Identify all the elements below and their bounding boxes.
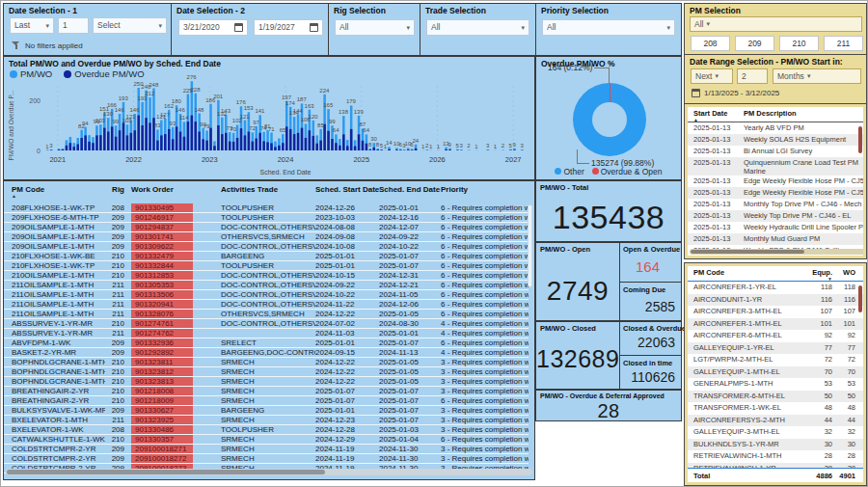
- table-row[interactable]: AIRCONDUNIT-1-YR116116: [688, 294, 863, 307]
- table-row[interactable]: 209OILSAMPLE-1-MTH209901309622DOC-CONTRO…: [4, 242, 529, 252]
- table-row[interactable]: BOPHNDLGCRANE-1-MTH210901323813SRMECH202…: [4, 377, 529, 387]
- table-row[interactable]: TRANSFORMER-1-WK-EL4848: [688, 402, 863, 415]
- table-row[interactable]: AIRCONREFER-3-MTH-EL107107: [688, 306, 863, 318]
- column-header-equp[interactable]: Equp.▼: [800, 268, 832, 282]
- table-row[interactable]: AIRCONREFER-1-MTH-EL101101: [688, 318, 863, 331]
- pm-selection-dropdown[interactable]: All ▾: [690, 16, 862, 32]
- table-row[interactable]: BULKHNDLSYS-1-YR-MR3030: [688, 439, 863, 451]
- pm-filter-button-211[interactable]: 211: [824, 36, 863, 51]
- table-row[interactable]: 211OILSAMPLE-1-MTH211901313506DOC-CONTRO…: [4, 290, 529, 300]
- table-row[interactable]: BXELEVATOR-1-MTH211901323925SRMECH2024-1…: [4, 416, 529, 425]
- table-row[interactable]: GALLEYEQUIP-1-MTH-EL7070: [688, 366, 863, 379]
- range-unit-dropdown[interactable]: Months ▾: [773, 68, 861, 84]
- column-header-pm-code[interactable]: PM Code: [688, 268, 800, 277]
- table-row[interactable]: 211OILSAMPLE-1-MTH211901328076OTHERSVCS,…: [4, 310, 529, 319]
- table-row[interactable]: 2025-01-13Edge Weekly Flexible Hose PM -…: [688, 176, 863, 187]
- date2-to-value: 1/19/2027: [258, 20, 306, 35]
- table-row[interactable]: BOPHNDLGCRANE-1-MTH210901323812SRMECH202…: [4, 367, 529, 377]
- table-row[interactable]: BOPHNDLGCRANE-1-MTH210901323811SRMECH202…: [4, 358, 529, 367]
- cell: 210: [105, 319, 124, 328]
- scrollbar-thumb[interactable]: [7, 470, 325, 474]
- cell: OTHERSVCS,SRMECH: [219, 232, 315, 241]
- table-row[interactable]: COLDSTRTCMPR-2-YR209209100018272SRMECH20…: [4, 454, 529, 464]
- table-row[interactable]: 2025-01-13Monthly Mud Guard PM: [688, 233, 863, 245]
- donut-legend-overdue-open[interactable]: Overdue & Open: [592, 167, 663, 176]
- column-header-priority[interactable]: Priority: [441, 183, 529, 203]
- start-table-vertical-scrollbar[interactable]: [858, 126, 862, 153]
- table-row[interactable]: BASKET-2-YR-MR209901292892BARGEENG,DOC-C…: [4, 348, 529, 358]
- rig-selection-dropdown[interactable]: All ▾: [335, 19, 415, 36]
- table-row[interactable]: GENERALPMPS-1-MTH5353: [688, 378, 863, 391]
- table-row[interactable]: 2025-01-13Weekly SOLAS H2S Equipment: [688, 134, 863, 146]
- date2-from-input[interactable]: 3/21/2020: [178, 19, 248, 36]
- table-row[interactable]: CATWALKSHUTTLE-1-WK210901330357SRMECH202…: [4, 435, 529, 445]
- table-row[interactable]: ABVFDPM-1-WK209901332936SRELECT2025-01-0…: [4, 338, 529, 348]
- table-row[interactable]: BXELEVATOR-1-WK208901330486TOOLPUSHER202…: [4, 425, 529, 435]
- column-header-rig[interactable]: Rig: [105, 183, 124, 203]
- table-row[interactable]: 210OILSAMPLE-1-MTH210901312853DOC-CONTRO…: [4, 271, 529, 281]
- table-row[interactable]: RETRIEVALWINCH-1-MTH2828: [688, 450, 863, 463]
- priority-selection-dropdown[interactable]: All ▾: [542, 19, 675, 36]
- column-header-wo[interactable]: WO: [832, 268, 863, 277]
- svg-text:248: 248: [149, 82, 159, 88]
- column-header-work-order[interactable]: Work Order: [124, 183, 219, 203]
- kpi-closed-right: Closed & Overdue 22063 Closed in time 11…: [619, 322, 681, 389]
- column-header-start-date[interactable]: Start Date▲: [688, 109, 744, 122]
- table-row[interactable]: 209OILSAMPLE-1-MTH209901301741OTHERSVCS,…: [4, 232, 529, 242]
- range-num-input[interactable]: 2: [737, 68, 768, 84]
- column-header-sched-start[interactable]: Sched. Start Date: [315, 183, 379, 203]
- cell: SRMECH: [219, 416, 315, 424]
- cell: 209: [105, 242, 124, 251]
- table-row[interactable]: 2025-01-13Quinquennium Crane Load Test P…: [688, 157, 863, 176]
- table-row[interactable]: 209FLXHOSE-6-MTH-TP209901246917TOOLPUSHE…: [4, 213, 529, 223]
- table-row[interactable]: 211OILSAMPLE-1-MTH211901320941DOC-CONTRO…: [4, 300, 529, 310]
- table-row[interactable]: 210FLXHOSE-1-WK-BE210901332479BARGEENG20…: [4, 252, 529, 261]
- table-row[interactable]: BREATHINGAIR-2-YR210901218009SRMECH2025-…: [4, 396, 529, 406]
- cell: 2024-11-19: [315, 445, 379, 453]
- range-op-dropdown[interactable]: Next ▾: [691, 68, 733, 84]
- date2-to-input[interactable]: 1/19/2027: [254, 19, 323, 36]
- table-row[interactable]: 2025-01-13Yearly AB VFD PM: [688, 122, 863, 134]
- table-row[interactable]: AIRCONREFER-1-YR-EL118118: [688, 282, 863, 294]
- table-row[interactable]: 209OILSAMPLE-1-MTH209901294837DOC-CONTRO…: [4, 223, 529, 232]
- table-row[interactable]: 208FLXHOSE-1-WK-TP208901330495TOOLPUSHER…: [4, 203, 529, 213]
- table-row[interactable]: BULKSYSVALVE-1-WK-MR209901330627BARGEENG…: [4, 406, 529, 416]
- table-row[interactable]: 2025-01-13Edge Weekly Flexible Hose PM -…: [688, 187, 863, 199]
- table-row[interactable]: GALLEYEQUIP-3-MTH-EL3232: [688, 426, 863, 439]
- column-header-activities-trade[interactable]: Activities Trade: [219, 183, 315, 203]
- table-row[interactable]: 2025-01-13Weekly Hydraulic Drill Line Sp…: [688, 222, 863, 233]
- table-row[interactable]: GALLEYEQUIP-1-YR-EL7777: [688, 342, 863, 355]
- date1-select-dropdown[interactable]: Select ▾: [93, 17, 167, 34]
- trade-selection-dropdown[interactable]: All ▾: [426, 19, 529, 36]
- table-row[interactable]: BREATHINGAIR-2-YR210901218008SRMECH2025-…: [4, 387, 529, 396]
- table-row[interactable]: ABSSURVEY-1-YR-MR210901274761DOC-CONTROL…: [4, 319, 529, 329]
- main-table-vertical-scrollbar[interactable]: [528, 204, 532, 287]
- table-row[interactable]: 2025-01-13Monthly Top Drive PM - CJ46 - …: [688, 199, 863, 210]
- donut-legend-other[interactable]: Other: [555, 167, 583, 176]
- table-row[interactable]: 2025-01-13Bi Annual LGI Survey: [688, 146, 863, 157]
- column-header-pm-description[interactable]: PM Description: [744, 109, 863, 118]
- start-table-horizontal-scrollbar[interactable]: [690, 249, 863, 255]
- column-header-sched-end[interactable]: Sched. End Date: [379, 183, 441, 203]
- table-row[interactable]: COLDSTRTCMPR-2-YR209209100018271SRMECH20…: [4, 445, 529, 454]
- cell: 2024-12-31: [379, 271, 441, 280]
- table-row[interactable]: 2025-01-13Weekly Top Drive PM - CJ46 - E…: [688, 210, 863, 222]
- table-row[interactable]: 211OILSAMPLE-1-MTH211901305353DOC-CONTRO…: [4, 281, 529, 290]
- main-table-horizontal-scrollbar[interactable]: [6, 469, 532, 475]
- cell: SRMECH: [219, 358, 315, 366]
- pm-filter-button-208[interactable]: 208: [691, 36, 730, 51]
- table-row[interactable]: AIRCONREFERSYS-2-MTH4444: [688, 415, 863, 427]
- pmwo-chart-svg[interactable]: 20212022202320242025202620272000PM/WO an…: [4, 69, 536, 181]
- pm-table-vertical-scrollbar[interactable]: [858, 285, 862, 312]
- table-row[interactable]: ABSSURVEY-1-YR-MR2119012747622024-11-032…: [4, 329, 529, 338]
- date1-num-input[interactable]: 1: [58, 17, 89, 34]
- column-header-pm-code[interactable]: PM Code▲: [4, 183, 105, 203]
- scrollbar-thumb[interactable]: [691, 250, 804, 254]
- table-row[interactable]: TRANSFORMER-6-MTH-EL5050: [688, 391, 863, 403]
- pm-filter-button-209[interactable]: 209: [735, 36, 774, 51]
- table-row[interactable]: LGT/PWRPM-2-MTH-EL7272: [688, 354, 863, 366]
- pm-filter-button-210[interactable]: 210: [779, 36, 819, 51]
- table-row[interactable]: 210FLXHOSE-1-WK-TP210901332844TOOLPUSHER…: [4, 261, 529, 271]
- table-row[interactable]: AIRCONREFER-6-MTH-EL9292: [688, 330, 863, 342]
- date1-op-dropdown[interactable]: Last ▾: [10, 17, 54, 34]
